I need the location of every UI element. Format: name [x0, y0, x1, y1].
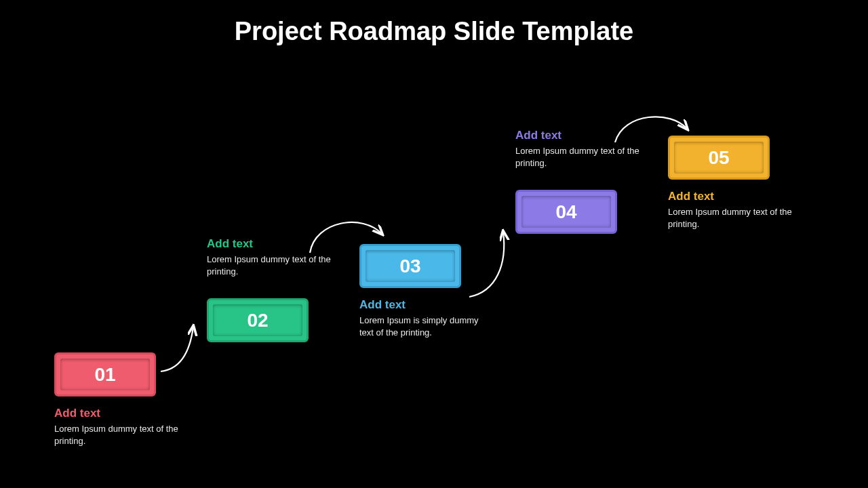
arrow-02-03 — [302, 207, 390, 261]
step-block-04: 04 — [515, 190, 617, 234]
step-number: 04 — [555, 201, 576, 223]
step-body: Lorem Ipsum is simply dummy text of the … — [359, 314, 488, 338]
arrow-01-02 — [153, 319, 214, 380]
step-label-01: Add text Lorem Ipsum dummy text of the p… — [54, 407, 183, 447]
step-body: Lorem Ipsum dummy text of the printing. — [54, 423, 183, 447]
step-block-01: 01 — [54, 352, 156, 396]
step-number: 01 — [94, 364, 115, 386]
step-body: Lorem Ipsum dummy text of the printing. — [668, 206, 797, 230]
step-number: 03 — [399, 256, 420, 277]
step-number: 05 — [708, 147, 729, 169]
step-number: 02 — [247, 310, 268, 331]
arrow-03-04 — [461, 224, 522, 305]
arrow-04-05 — [607, 105, 695, 152]
step-heading: Add text — [668, 190, 797, 203]
slide-title: Project Roadmap Slide Template — [0, 17, 868, 46]
step-heading: Add text — [54, 407, 183, 420]
step-block-02: 02 — [207, 298, 309, 342]
step-label-05: Add text Lorem Ipsum dummy text of the p… — [668, 190, 797, 230]
